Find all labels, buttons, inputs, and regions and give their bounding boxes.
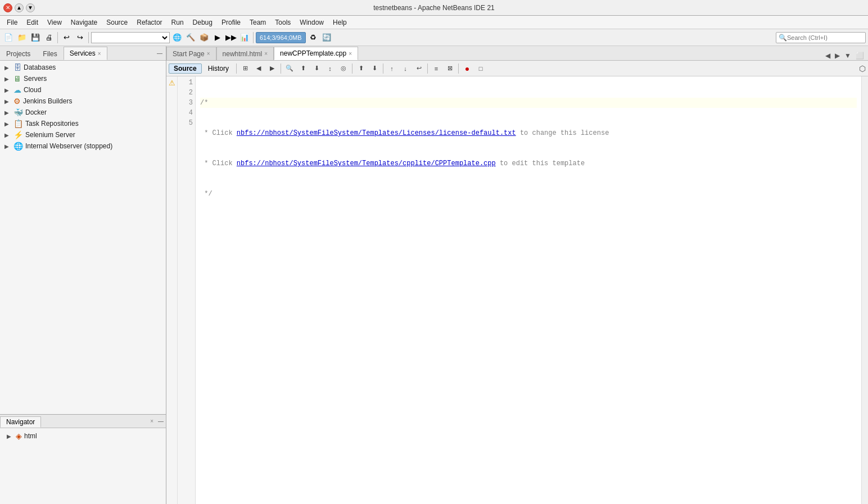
next-bookmark-btn[interactable]: ▶	[266, 63, 278, 74]
tab-navigator[interactable]: Navigator	[0, 416, 41, 428]
close-button[interactable]: ✕	[3, 3, 12, 12]
project-select[interactable]	[91, 32, 170, 43]
source-button[interactable]: Source	[169, 63, 202, 74]
menu-file[interactable]: File	[2, 17, 22, 28]
left-panel: Projects Files Services × — ▶ 🗄 Database…	[0, 46, 166, 504]
tree-item-selenium[interactable]: ▶ ⚡ Selenium Server	[0, 129, 166, 140]
template-link[interactable]: nbfs://nbhost/SystemFileSystem/Templates…	[237, 158, 496, 169]
line-num-2: 2	[178, 88, 193, 98]
clean-build-btn[interactable]: 🔨	[184, 31, 197, 44]
redo-btn[interactable]: ↪	[74, 31, 86, 44]
tree-item-servers[interactable]: ▶ 🖥 Servers	[0, 73, 166, 84]
navigator-close[interactable]: ×	[148, 418, 156, 424]
window-title: testnetbeans - Apache NetBeans IDE 21	[373, 4, 494, 12]
scroll-tabs-right[interactable]: ▶	[833, 51, 842, 60]
last-edit-btn[interactable]: ↩	[413, 63, 425, 74]
menu-navigate[interactable]: Navigate	[66, 17, 102, 28]
toggle-bookmarks-btn[interactable]: ⊞	[239, 63, 251, 74]
tree-item-jenkins[interactable]: ▶ ⚙ Jenkins Builders	[0, 96, 166, 107]
navigator-content: ▶ ◈ html	[0, 428, 166, 504]
menu-profile[interactable]: Profile	[217, 17, 245, 28]
webserver-label: Internal Webserver (stopped)	[25, 142, 112, 150]
menu-bar: File Edit View Navigate Source Refactor …	[0, 16, 868, 29]
code-line-5-text	[200, 219, 204, 229]
menu-edit[interactable]: Edit	[22, 17, 43, 28]
code-line-1: /*	[200, 98, 857, 108]
main-layout: Projects Files Services × — ▶ 🗄 Database…	[0, 46, 868, 504]
open-project-btn[interactable]: 📁	[16, 31, 28, 44]
find-usages-btn[interactable]: ◎	[337, 63, 350, 74]
gc-btn[interactable]: ♻	[307, 31, 319, 44]
prev-error-btn[interactable]: ⬆	[355, 63, 367, 74]
replace-btn[interactable]: ↕	[324, 63, 336, 74]
menu-run[interactable]: Run	[167, 17, 188, 28]
diff-btn[interactable]: ⊠	[444, 63, 456, 74]
tree-item-docker[interactable]: ▶ 🐳 Docker	[0, 107, 166, 118]
tasks-btn[interactable]: ≡	[430, 63, 442, 74]
run-project-btn[interactable]: 🌐	[171, 31, 183, 44]
expand-editor-btn[interactable]: ⬡	[859, 64, 866, 73]
tab-files[interactable]: Files	[37, 47, 63, 60]
clear-btn[interactable]: □	[474, 63, 487, 74]
new-file-btn[interactable]: 📄	[2, 31, 15, 44]
run-main-btn[interactable]: ▶	[211, 31, 224, 44]
menu-help[interactable]: Help	[328, 17, 351, 28]
minimize-button[interactable]: ▲	[15, 3, 24, 12]
menu-source[interactable]: Source	[102, 17, 132, 28]
tab-dropdown[interactable]: ▼	[843, 51, 853, 60]
search-input[interactable]	[787, 34, 860, 41]
line-num-4: 4	[178, 108, 193, 118]
save-btn[interactable]: 💾	[29, 31, 42, 44]
tab-start-page[interactable]: Start Page ×	[166, 47, 216, 60]
tree-item-webserver[interactable]: ▶ 🌐 Internal Webserver (stopped)	[0, 140, 166, 152]
tab-newcpp[interactable]: newCPPTemplate.cpp ×	[274, 47, 358, 60]
history-button[interactable]: History	[203, 63, 234, 74]
menu-team[interactable]: Team	[245, 17, 270, 28]
find-prev-btn[interactable]: ⬆	[297, 63, 309, 74]
license-link[interactable]: nbfs://nbhost/SystemFileSystem/Templates…	[237, 128, 516, 138]
next-member-btn[interactable]: ↓	[399, 63, 412, 74]
navigator-minimize[interactable]: —	[156, 418, 166, 424]
services-tab-close[interactable]: ×	[98, 51, 101, 57]
menu-window[interactable]: Window	[295, 17, 328, 28]
tab-services[interactable]: Services ×	[64, 47, 107, 60]
tree-item-databases[interactable]: ▶ 🗄 Databases	[0, 62, 166, 73]
stop-btn[interactable]: ●	[461, 63, 473, 74]
tree-item-cloud[interactable]: ▶ ☁ Cloud	[0, 84, 166, 96]
debug-btn[interactable]: ▶▶	[225, 31, 237, 44]
menu-view[interactable]: View	[43, 17, 66, 28]
profile-btn[interactable]: 📊	[238, 31, 251, 44]
maximize-editor[interactable]: ⬜	[854, 51, 866, 60]
find-btn[interactable]: 🔍	[283, 63, 296, 74]
newcpp-close[interactable]: ×	[349, 51, 352, 57]
newhtml-close[interactable]: ×	[264, 51, 268, 57]
toolbar-sep-3	[253, 32, 254, 43]
search-box[interactable]: 🔍	[776, 32, 866, 43]
undo-btn[interactable]: ↩	[60, 31, 73, 44]
build-btn[interactable]: 📦	[198, 31, 210, 44]
tree-item-task-repos[interactable]: ▶ 📋 Task Repositories	[0, 118, 166, 129]
save-all-btn[interactable]: 🖨	[43, 31, 55, 44]
find-next-btn[interactable]: ⬇	[310, 63, 323, 74]
prev-member-btn[interactable]: ↑	[386, 63, 398, 74]
tab-projects[interactable]: Projects	[0, 47, 37, 60]
tree-arrow-cloud: ▶	[4, 87, 11, 93]
toolbar-sep-2	[88, 32, 89, 43]
menu-debug[interactable]: Debug	[188, 17, 217, 28]
tab-newhtml[interactable]: newhtml.html ×	[216, 47, 274, 60]
scroll-tabs-left[interactable]: ◀	[824, 51, 832, 60]
code-editor[interactable]: /* * Click nbfs://nbhost/SystemFileSyste…	[196, 76, 861, 504]
nav-tree-html[interactable]: ▶ ◈ html	[2, 430, 164, 442]
start-page-close[interactable]: ×	[207, 51, 210, 57]
editor-scrollbar[interactable]	[861, 76, 868, 504]
next-error-btn[interactable]: ⬇	[368, 63, 381, 74]
menu-tools[interactable]: Tools	[270, 17, 295, 28]
panel-tabs: Projects Files Services × —	[0, 46, 166, 61]
memory-indicator[interactable]: 614;3/964;0MB	[256, 32, 306, 43]
gutter-line2	[166, 88, 177, 98]
menu-refactor[interactable]: Refactor	[132, 17, 166, 28]
maximize-button[interactable]: ▼	[26, 3, 35, 12]
prev-bookmark-btn[interactable]: ◀	[252, 63, 265, 74]
profiler-btn[interactable]: 🔄	[320, 31, 333, 44]
panel-minimize-btn[interactable]: —	[153, 49, 166, 57]
